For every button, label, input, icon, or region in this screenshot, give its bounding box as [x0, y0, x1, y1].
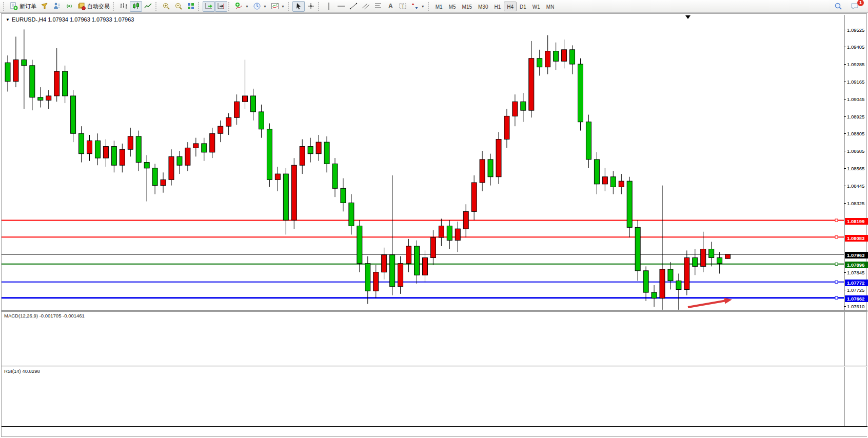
auto-scroll-icon: [205, 2, 213, 10]
line-handle[interactable]: [835, 219, 838, 222]
price-tick: 1.09525: [847, 27, 864, 33]
chevron-down-icon: ▼: [281, 5, 285, 8]
price-tick: 1.07725: [847, 287, 864, 293]
zoom-in-button[interactable]: [160, 1, 172, 12]
signals-icon: [65, 2, 73, 10]
line-handle[interactable]: [835, 236, 838, 238]
strategy-tester-button[interactable]: [51, 1, 63, 12]
tile-windows-button[interactable]: [185, 1, 197, 12]
new-order-button-label: 新订单: [19, 3, 36, 10]
toolbar-grip[interactable]: [318, 2, 321, 11]
line-handle[interactable]: [835, 281, 838, 283]
periods-button[interactable]: ▼: [251, 1, 269, 12]
crosshair-button[interactable]: [305, 1, 317, 12]
price-tick: 1.08685: [847, 148, 864, 154]
indicators-button[interactable]: ▼: [233, 1, 251, 12]
auto-scroll-button[interactable]: [203, 1, 215, 12]
zoom-out-button[interactable]: [172, 1, 185, 12]
chart-shift-marker[interactable]: [685, 15, 691, 19]
line-chart-button[interactable]: [142, 1, 154, 12]
equidistant-channel-button[interactable]: [360, 1, 372, 12]
text-label-icon: T: [399, 2, 407, 10]
line-handle[interactable]: [835, 263, 838, 265]
chat-button[interactable]: 1: [849, 1, 861, 12]
zoom-in-icon: [162, 2, 170, 10]
strategy-tester-icon: [53, 2, 61, 10]
line-handle[interactable]: [835, 296, 838, 299]
quotes-icon: [41, 2, 49, 10]
auto-trading-button[interactable]: 自动交易: [75, 1, 112, 12]
macd-panel[interactable]: [2, 312, 844, 365]
timeframe-M15-button[interactable]: M15: [459, 2, 475, 11]
price-badge-1.07772: 1.07772: [845, 280, 868, 286]
price-badge-1.08083: 1.08083: [845, 235, 868, 242]
timeframe-M1-button[interactable]: M1: [432, 2, 446, 11]
templates-button[interactable]: ▼: [269, 1, 287, 12]
cursor-icon: [294, 2, 303, 10]
timeframe-H1-button[interactable]: H1: [491, 2, 504, 11]
toolbar-grip[interactable]: [3, 2, 6, 11]
quotes-button[interactable]: [38, 1, 51, 12]
arrow-annotation[interactable]: [688, 298, 732, 307]
svg-text:A: A: [388, 3, 393, 10]
timeframe-D1-button[interactable]: D1: [517, 2, 529, 11]
price-tick: 1.08565: [847, 166, 864, 171]
price-tick: 1.09285: [847, 62, 864, 67]
search-icon: [834, 2, 842, 10]
text-label-button[interactable]: T: [397, 1, 409, 12]
horizontal-line-icon: [337, 2, 345, 10]
toolbar: 新订单自动交易▼▼▼AT▼M1M5M15M30H1H4D1W1MN 1: [0, 0, 868, 13]
text-icon: A: [386, 2, 394, 10]
timeframe-MN-button[interactable]: MN: [543, 2, 558, 11]
line-chart-icon: [144, 2, 152, 10]
rsi-panel[interactable]: [2, 367, 844, 426]
trendline-button[interactable]: [347, 1, 360, 12]
toolbar-grip[interactable]: [155, 2, 158, 11]
timeframe-H4-button[interactable]: H4: [504, 2, 517, 11]
chart-shift-icon: [217, 2, 225, 10]
new-order-icon: [10, 2, 18, 10]
price-tick: 1.08805: [847, 131, 864, 136]
arrows-button[interactable]: ▼: [409, 1, 427, 12]
notification-badge: 1: [857, 0, 864, 6]
toolbar-grip[interactable]: [428, 2, 430, 11]
timeframe-M5-button[interactable]: M5: [446, 2, 459, 11]
chart-window[interactable]: ▼ EURUSD-,H4 1.07934 1.07963 1.07933 1.0…: [1, 13, 867, 437]
price-badge-1.07662: 1.07662: [845, 295, 868, 302]
toolbar-grip[interactable]: [198, 2, 201, 11]
price-badge-1.08199: 1.08199: [845, 218, 868, 225]
horizontal-line-button[interactable]: [335, 1, 347, 12]
time-axis[interactable]: [2, 426, 867, 436]
new-order-button[interactable]: 新订单: [8, 1, 38, 12]
price-badge-1.07963: 1.07963: [845, 252, 868, 258]
price-tick: 1.08445: [847, 183, 864, 189]
periods-icon: [253, 2, 261, 10]
fibonacci-button[interactable]: [372, 1, 384, 12]
cursor-button[interactable]: [292, 1, 305, 12]
auto-trading-button-label: 自动交易: [87, 3, 110, 10]
timeframe-W1-button[interactable]: W1: [529, 2, 543, 11]
signals-button[interactable]: [63, 1, 75, 12]
timeframe-M30-button[interactable]: M30: [475, 2, 491, 11]
candlestick-chart[interactable]: [2, 15, 844, 310]
candlestick-chart-button[interactable]: [130, 1, 142, 12]
fibonacci-icon: [374, 2, 382, 10]
text-button[interactable]: A: [384, 1, 397, 12]
equidistant-channel-icon: [362, 2, 370, 10]
search-button[interactable]: [832, 1, 844, 12]
candlestick-chart-icon: [132, 2, 140, 10]
price-tick: 1.07610: [847, 304, 864, 309]
mt4-terminal: 新订单自动交易▼▼▼AT▼M1M5M15M30H1H4D1W1MN 1 ▼ EU…: [0, 0, 868, 438]
crosshair-icon: [307, 2, 315, 10]
indicators-icon: [235, 2, 243, 10]
price-tick: 1.07845: [847, 270, 864, 275]
price-tick: 1.08325: [847, 201, 864, 206]
chart-shift-button[interactable]: [215, 1, 227, 12]
chevron-down-icon: ▼: [245, 5, 249, 8]
vertical-line-button[interactable]: [323, 1, 335, 12]
tile-windows-icon: [187, 2, 195, 10]
toolbar-grip[interactable]: [113, 2, 115, 11]
toolbar-grip[interactable]: [228, 2, 231, 11]
toolbar-grip[interactable]: [288, 2, 290, 11]
bar-chart-button[interactable]: [117, 1, 130, 12]
